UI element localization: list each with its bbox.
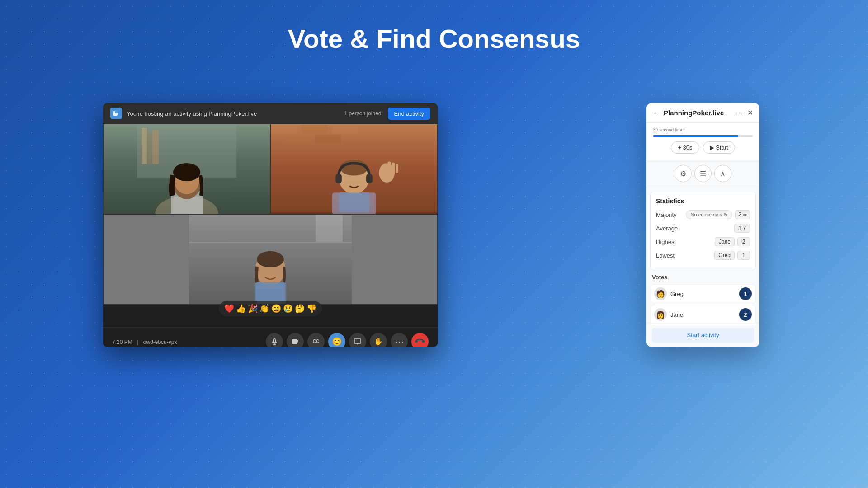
emoji-party[interactable]: 🎉	[248, 304, 258, 314]
panel-title: PlanningPoker.live	[664, 109, 724, 117]
highest-name: Jane	[715, 237, 735, 246]
meeting-window: You're hosting an activity using Plannin…	[103, 103, 438, 347]
timer-label: 30 second timer	[653, 127, 753, 132]
add-time-button[interactable]: + 30s	[671, 141, 699, 154]
lowest-value: 1	[737, 251, 750, 260]
svg-rect-24	[384, 163, 387, 174]
svg-rect-35	[354, 339, 361, 343]
no-consensus-badge: No consensus ↻	[686, 210, 733, 219]
majority-value-group: No consensus ↻ 2 ✏	[686, 210, 750, 219]
panel-menu-button[interactable]: ⋯	[736, 108, 743, 117]
meeting-id: owd-ebcu-vpx	[143, 339, 177, 345]
svg-rect-26	[392, 162, 395, 173]
toolbar-info: 7:20 PM | owd-ebcu-vpx	[112, 338, 177, 346]
svg-rect-29	[189, 242, 352, 243]
majority-row: Majority No consensus ↻ 2 ✏	[656, 210, 750, 219]
jane-vote: 2	[739, 308, 752, 321]
emoji-heart[interactable]: ❤️	[224, 304, 234, 314]
emoji-cry[interactable]: 😢	[283, 304, 293, 314]
panel-close-button[interactable]: ✕	[747, 108, 753, 117]
lowest-value-group: Greg 1	[714, 251, 750, 260]
more-button[interactable]: ⋯	[391, 333, 408, 347]
svg-rect-12	[271, 125, 297, 133]
svg-point-10	[173, 163, 200, 181]
end-activity-button[interactable]: End activity	[388, 108, 430, 120]
list-icon-button[interactable]: ☰	[694, 165, 712, 182]
svg-rect-27	[396, 164, 398, 173]
average-row: Average 1.7	[656, 224, 750, 233]
vote-user-greg: 🧑 Greg	[654, 287, 684, 300]
emoji-thumbsup[interactable]: 👍	[236, 304, 246, 314]
statistics-title: Statistics	[656, 197, 750, 205]
meeting-topbar: You're hosting an activity using Plannin…	[103, 103, 438, 124]
present-button[interactable]	[349, 333, 366, 347]
panel-header-right: ⋯ ✕	[736, 108, 753, 117]
teams-logo	[110, 108, 122, 119]
lowest-label: Lowest	[656, 252, 675, 259]
video-grid	[103, 124, 438, 327]
svg-rect-21	[366, 174, 373, 183]
timer-bar-container: 30 second timer	[653, 127, 753, 137]
statistics-section: Statistics Majority No consensus ↻ 2 ✏ A…	[650, 192, 756, 270]
svg-rect-22	[339, 192, 369, 212]
svg-rect-14	[332, 125, 359, 133]
emoji-clap[interactable]: 👏	[259, 304, 269, 314]
start-activity-button[interactable]: Start activity	[652, 328, 754, 343]
jane-avatar: 👩	[654, 308, 667, 321]
toolbar-time: 7:20 PM	[112, 339, 132, 345]
timer-bar	[653, 135, 753, 137]
hand-button[interactable]: ✋	[370, 333, 387, 347]
timer-buttons: + 30s ▶ Start	[653, 141, 753, 154]
panel-timer-section: 30 second timer + 30s ▶ Start	[646, 123, 760, 160]
start-timer-button[interactable]: ▶ Start	[703, 141, 735, 154]
svg-rect-3	[142, 128, 147, 164]
highest-label: Highest	[656, 239, 676, 245]
panel-icon-row: ⚙ ☰ ∧	[646, 160, 760, 188]
chevron-up-icon-button[interactable]: ∧	[714, 165, 731, 182]
planning-panel: ← PlanningPoker.live ⋯ ✕ 30 second timer…	[646, 103, 760, 347]
svg-point-33	[257, 251, 284, 267]
emoji-grin[interactable]: 😄	[271, 304, 281, 314]
timer-bar-fill	[653, 135, 738, 137]
vote-row-greg: 🧑 Greg 1	[650, 284, 756, 303]
video-cell-3	[103, 214, 438, 305]
panel-footer: Start activity	[646, 323, 760, 347]
end-call-button[interactable]: 📞	[408, 329, 432, 347]
video-cell-2	[270, 124, 438, 214]
camera-button[interactable]	[287, 333, 304, 347]
panel-header-left: ← PlanningPoker.live	[653, 109, 724, 117]
panel-header: ← PlanningPoker.live ⋯ ✕	[646, 103, 760, 123]
votes-section: Votes 🧑 Greg 1 👩 Jane 2 👨 Gergely ✔	[646, 274, 760, 323]
panel-back-button[interactable]: ←	[653, 109, 660, 117]
captions-button[interactable]: CC	[307, 333, 325, 347]
majority-number: 2 ✏	[735, 210, 750, 219]
svg-rect-30	[316, 215, 343, 242]
person-joined: 1 person joined	[344, 110, 381, 117]
greg-name: Greg	[670, 291, 684, 297]
settings-icon-button[interactable]: ⚙	[675, 165, 692, 182]
vote-row-jane: 👩 Jane 2	[650, 305, 756, 323]
greg-avatar: 🧑	[654, 287, 667, 300]
video-cell-1	[103, 124, 270, 214]
votes-title: Votes	[650, 274, 756, 281]
topbar-right: 1 person joined End activity	[344, 108, 430, 120]
svg-rect-13	[302, 125, 328, 133]
average-label: Average	[656, 225, 678, 232]
emoji-button[interactable]: 😊	[328, 333, 345, 347]
svg-rect-1	[115, 110, 118, 113]
lowest-row: Lowest Greg 1	[656, 251, 750, 260]
emoji-thumbsdown[interactable]: 👎	[307, 304, 316, 314]
edit-icon: ✏	[743, 212, 747, 217]
svg-rect-5	[152, 130, 159, 164]
emoji-think[interactable]: 🤔	[295, 304, 305, 314]
meeting-toolbar: 7:20 PM | owd-ebcu-vpx CC 😊 ✋ ⋯ 📞	[103, 327, 438, 347]
greg-vote: 1	[739, 287, 752, 300]
page-title: Vote & Find Consensus	[0, 0, 868, 67]
mic-button[interactable]	[266, 333, 283, 347]
emoji-reaction-bar: ❤️ 👍 🎉 👏 😄 😢 🤔 👎	[219, 301, 322, 316]
majority-label: Majority	[656, 211, 677, 218]
svg-rect-16	[315, 134, 341, 143]
topbar-left: You're hosting an activity using Plannin…	[110, 108, 257, 119]
no-consensus-text: No consensus	[691, 212, 722, 217]
lowest-name: Greg	[714, 251, 735, 260]
